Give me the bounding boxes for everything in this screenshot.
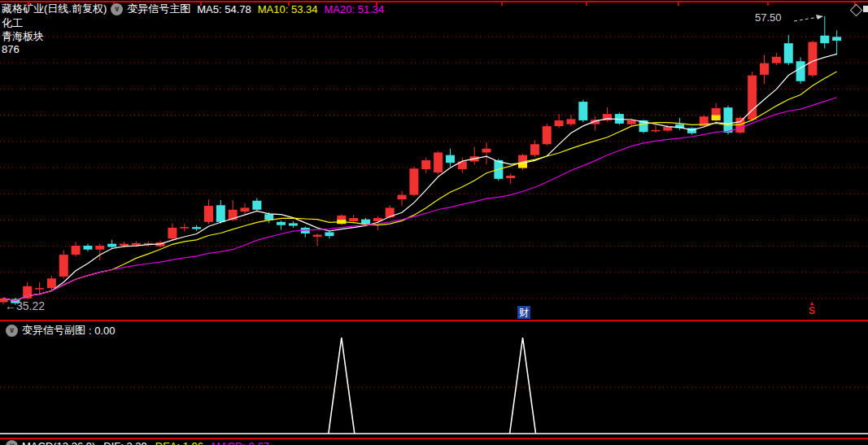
candle-body xyxy=(409,168,418,194)
candle-body xyxy=(264,214,273,220)
candle-body xyxy=(421,160,430,169)
candle-body xyxy=(204,206,213,222)
candle-body xyxy=(760,63,769,75)
ma20-line xyxy=(3,98,837,301)
candle-body xyxy=(72,246,81,255)
stock-title: 藏格矿业(日线.前复权) xyxy=(2,2,107,16)
dea-value-label: DEA: 1.96 xyxy=(155,440,203,445)
candle-body xyxy=(349,218,358,221)
ma5-value-label: MA5: 54.78 xyxy=(197,3,251,15)
ma10-value-label: MA10: 53.34 xyxy=(258,3,318,15)
candle-body xyxy=(772,57,781,63)
candle-body xyxy=(180,227,189,229)
ma20-value-label: MA20: 51.34 xyxy=(325,3,385,15)
candle-body xyxy=(724,107,733,133)
candle-body xyxy=(663,127,672,131)
ma5-line xyxy=(3,54,837,300)
macd-footer-row: ∨ MACD(12,26,9) DIF: 2.39 DEA: 1.96 MACD… xyxy=(2,439,277,445)
candle-body xyxy=(95,246,104,250)
candle-body xyxy=(784,43,793,63)
candle-body xyxy=(132,243,141,245)
candle-body xyxy=(241,207,250,212)
candle-body xyxy=(506,176,515,178)
main-indicator-name[interactable]: 变异信号主图 xyxy=(127,2,190,16)
candle-body xyxy=(83,246,92,250)
candle-body xyxy=(252,201,261,210)
dif-value-label: DIF: 2.39 xyxy=(103,440,146,445)
industry-label: 化工 xyxy=(2,17,44,30)
macd-dropdown-icon[interactable]: ∨ xyxy=(6,440,18,445)
candle-body xyxy=(23,286,32,299)
candle-body xyxy=(555,120,564,126)
candle-body xyxy=(578,102,587,120)
candle-body xyxy=(627,120,636,124)
candle-body xyxy=(434,152,443,172)
code-label: 876 xyxy=(2,43,44,56)
low-price-annotation: ←35.22 xyxy=(5,299,45,312)
indicator-dropdown-icon[interactable]: ∨ xyxy=(111,3,123,15)
main-candlestick-chart[interactable] xyxy=(0,0,868,320)
candle-body xyxy=(361,220,370,225)
candle-body xyxy=(192,227,201,229)
candle-body xyxy=(325,232,334,236)
candle-body xyxy=(168,228,177,238)
subchart-header: ∨ 变异信号副图 : 0.00 xyxy=(2,324,116,337)
candle-body xyxy=(59,255,68,277)
candle-body xyxy=(289,223,298,225)
candle-body xyxy=(398,195,407,200)
candle-body xyxy=(216,205,225,222)
candle-body xyxy=(107,244,116,247)
candle-body xyxy=(566,119,575,124)
signal-subchart[interactable] xyxy=(0,321,868,445)
news-cai-marker-badge[interactable]: 财 xyxy=(517,306,530,319)
candle-body xyxy=(796,61,805,81)
app-window: 藏格矿业(日线.前复权) ∨ 变异信号主图 MA5: 54.78 MA10: 5… xyxy=(0,0,868,445)
subchart-indicator-name[interactable]: 变异信号副图 xyxy=(22,323,85,338)
sell-signal-marker: ▲ S xyxy=(805,300,818,316)
macd-params-label: MACD(12,26,9) xyxy=(22,440,95,445)
candle-body xyxy=(651,130,660,132)
high-price-arrow xyxy=(792,12,827,24)
corner-partial-icon xyxy=(863,6,868,12)
candle-body xyxy=(530,144,539,155)
candle-body xyxy=(277,222,286,225)
candle-body xyxy=(313,235,322,237)
subchart-dropdown-icon[interactable]: ∨ xyxy=(6,325,18,337)
subchart-indicator-value: : 0.00 xyxy=(89,325,116,337)
candle-body xyxy=(482,149,491,153)
candle-body xyxy=(832,37,841,41)
candle-body xyxy=(735,118,744,133)
candle-body xyxy=(543,126,552,144)
sell-marker-letter: S xyxy=(805,306,818,316)
candle-body xyxy=(820,36,829,43)
candle-body xyxy=(446,155,455,163)
stock-info-block: 化工 青海板块 876 xyxy=(2,17,44,56)
signal-patch xyxy=(712,115,721,120)
sector-label: 青海板块 xyxy=(2,30,44,43)
signal-spike xyxy=(510,338,536,434)
macd-value-label: MACD: 0.67 xyxy=(212,440,269,445)
candle-body xyxy=(35,288,44,290)
high-price-annotation: 57.50 xyxy=(755,11,782,24)
main-chart-header: 藏格矿业(日线.前复权) ∨ 变异信号主图 MA5: 54.78 MA10: 5… xyxy=(2,2,384,15)
signal-spike xyxy=(329,338,355,434)
candle-body xyxy=(47,278,56,288)
candle-body xyxy=(808,42,817,76)
candle-body xyxy=(120,244,129,246)
